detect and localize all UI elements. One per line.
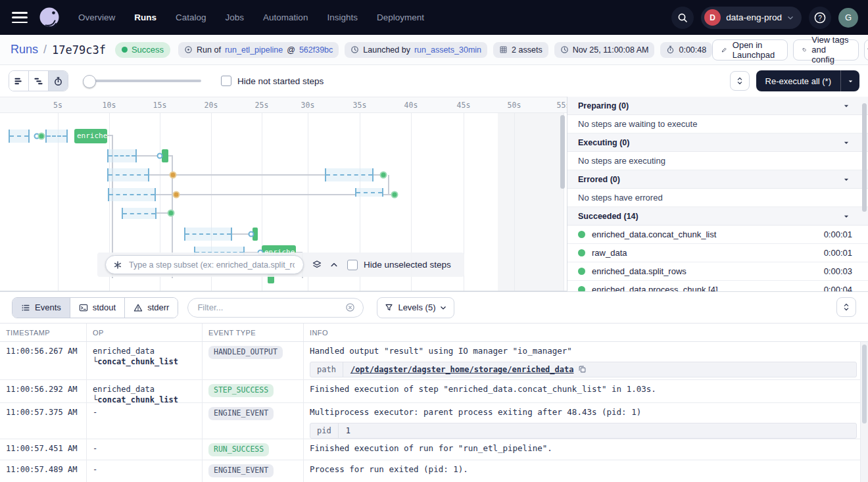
events-toolbar: Eventsstdoutstderr Levels (5) [0,292,868,323]
open-in-launchpad-button[interactable]: Open in Launchpad [712,39,787,60]
run-tag[interactable]: Run of run_etl_pipeline @ 562f39bc [178,42,339,58]
chevron-up-icon[interactable] [330,261,338,269]
hide-not-started-checkbox[interactable] [221,76,231,86]
run-header-more-button[interactable] [864,39,868,60]
gantt-dependency-line [156,194,355,195]
tag-link[interactable]: 562f39bc [299,45,333,55]
succeeded-step-row[interactable]: enriched_data.split_rows0:00:03 [567,262,868,281]
column-header-timestamp[interactable]: TIMESTAMP [0,324,87,341]
step-subset-input[interactable] [128,260,296,270]
step-subset-input-wrap[interactable] [105,255,304,274]
waterfall-view-icon[interactable] [28,71,48,91]
panel-section-header[interactable]: Executing (0) [567,133,868,152]
gantt-step-bar[interactable]: enriche… [74,129,107,143]
path-link[interactable]: /opt/dagster/dagster_home/storage/enrich… [350,364,574,375]
panel-empty-state: No steps are waiting to execute [567,115,868,133]
nav-item-automation[interactable]: Automation [263,12,308,22]
flat-view-icon[interactable] [9,71,28,91]
hide-not-started-label: Hide not started steps [237,76,324,86]
gantt-step-pending-box[interactable] [108,188,156,201]
events-scrollbar-thumb[interactable] [862,345,867,423]
clear-filter-icon[interactable] [345,302,355,312]
gantt-marker-dot[interactable] [38,133,45,140]
gantt-marker-dot[interactable] [168,210,175,217]
levels-dropdown[interactable]: Levels (5) [377,297,454,318]
events-expand-button[interactable] [836,297,856,317]
gantt-step-bar[interactable] [162,149,168,162]
gantt-toolbar: Hide not started steps Re-execute all (*… [0,65,868,97]
gantt-step-pending-box[interactable] [184,228,232,241]
panel-section-header[interactable]: Errored (0) [567,170,868,189]
panel-section-header[interactable]: Preparing (0) [567,97,868,115]
gantt-step-pending-box[interactable] [122,208,157,219]
events-scrollbar-track[interactable] [860,342,868,482]
event-row[interactable]: 11:00:57.375 AM-ENGINE_EVENTMultiprocess… [0,403,868,439]
event-row[interactable]: 11:00:56.292 AMenriched_data└concat_chun… [0,380,868,403]
column-header-op[interactable]: OP [87,324,203,341]
tag-link[interactable]: run_etl_pipeline [225,45,283,55]
gantt-marker-dot[interactable] [249,231,254,237]
gantt-marker-dot[interactable] [157,153,163,159]
event-row[interactable]: 11:00:57.489 AM-ENGINE_EVENTProcess for … [0,460,868,482]
hide-unselected-checkbox[interactable] [347,260,358,270]
dagster-logo-icon[interactable] [37,5,62,30]
nav-item-insights[interactable]: Insights [327,12,358,22]
succeeded-step-row[interactable]: enriched_data.concat_chunk_list0:00:01 [567,226,868,244]
column-header-info[interactable]: INFO [304,324,868,341]
event-row[interactable]: 11:00:56.267 AMenriched_data└concat_chun… [0,342,868,380]
hide-unselected-checkbox-row[interactable]: Hide unselected steps [347,260,451,270]
nav-item-runs[interactable]: Runs [134,12,157,22]
gantt-step-pending-box[interactable] [107,149,137,162]
workspace-switcher[interactable]: D data-eng-prod [701,7,802,29]
events-filter[interactable] [187,298,364,318]
copy-icon[interactable] [578,365,587,374]
event-type-badge: RUN_SUCCESS [208,443,269,456]
slider-knob[interactable] [83,75,96,88]
nav-item-jobs[interactable]: Jobs [226,12,245,22]
reexecute-all-button[interactable]: Re-execute all (*) [756,70,859,91]
run-tag[interactable]: Launched by run_assets_30min [345,42,487,58]
tag-link[interactable]: run_assets_30min [414,45,481,55]
gantt-step-pending-box[interactable] [45,130,68,143]
reexecute-dropdown-caret[interactable] [840,70,859,91]
panel-scrollbar[interactable] [862,103,867,212]
run-tag[interactable]: 0:00:48 [660,42,712,58]
gantt-step-pending-box[interactable] [107,168,149,181]
column-header-event-type[interactable]: EVENT TYPE [203,324,304,341]
gantt-step-pending-box[interactable] [9,130,30,143]
gantt-marker-dot[interactable] [380,172,387,179]
view-tags-config-button[interactable]: View tags and config [793,39,859,60]
gantt-scrollbar[interactable] [560,115,565,189]
panel-section-header[interactable]: Succeeded (14) [567,207,868,226]
tab-stdout[interactable]: stdout [70,298,124,318]
gantt-zoom-slider[interactable] [83,75,201,87]
slider-track[interactable] [83,80,201,82]
succeeded-step-row[interactable]: enriched_data.process_chunk [4]0:00:04 [567,281,868,291]
events-filter-input[interactable] [196,302,340,313]
layers-icon[interactable] [312,260,322,270]
hamburger-menu-icon[interactable] [12,12,28,23]
gantt-step-pending-box[interactable] [355,188,383,197]
hide-not-started-checkbox-row[interactable]: Hide not started steps [221,76,324,86]
help-icon[interactable]: ? [809,7,831,29]
run-tag[interactable]: Nov 25, 11:00:08 AM [554,42,655,58]
gantt-marker-dot[interactable] [170,172,177,179]
run-tags: Run of run_etl_pipeline @ 562f39bcLaunch… [178,42,712,58]
gantt-step-pending-box[interactable] [325,168,374,181]
succeeded-step-row[interactable]: raw_data0:00:01 [567,244,868,262]
tab-Events[interactable]: Events [12,298,70,318]
tag-icon [802,45,807,55]
timed-view-icon[interactable] [48,71,68,91]
nav-item-overview[interactable]: Overview [78,12,115,22]
nav-item-deployment[interactable]: Deployment [377,12,424,22]
run-tag[interactable]: 2 assets [493,42,548,58]
user-avatar[interactable]: G [838,8,858,28]
tab-stderr[interactable]: stderr [124,298,178,318]
expand-collapse-button[interactable] [730,71,750,91]
gantt-marker-dot[interactable] [391,191,398,199]
breadcrumb-runs-link[interactable]: Runs [11,43,38,57]
search-icon[interactable] [671,7,694,29]
event-row[interactable]: 11:00:57.451 AM-RUN_SUCCESSFinished exec… [0,439,868,460]
nav-item-catalog[interactable]: Catalog [176,12,206,22]
gantt-marker-dot[interactable] [173,191,180,199]
